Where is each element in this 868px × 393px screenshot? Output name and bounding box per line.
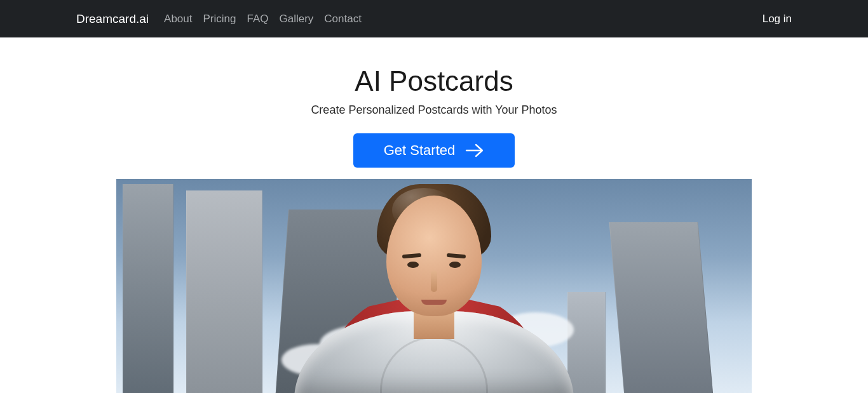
hero-title: AI Postcards [0, 65, 868, 97]
nav-faq[interactable]: FAQ [247, 13, 268, 25]
arrow-right-icon [465, 143, 484, 158]
nav-about[interactable]: About [164, 13, 192, 25]
navbar: Dreamcard.ai About Pricing FAQ Gallery C… [0, 0, 868, 37]
nav-pricing[interactable]: Pricing [203, 13, 236, 25]
hero-image [116, 179, 752, 393]
nav-gallery[interactable]: Gallery [279, 13, 313, 25]
get-started-label: Get Started [384, 142, 456, 159]
nav-links: About Pricing FAQ Gallery Contact [164, 13, 362, 25]
nav-contact[interactable]: Contact [324, 13, 362, 25]
login-link[interactable]: Log in [763, 13, 792, 25]
brand-logo[interactable]: Dreamcard.ai [76, 12, 149, 26]
hero-section: AI Postcards Create Personalized Postcar… [0, 37, 868, 393]
hero-subtitle: Create Personalized Postcards with Your … [0, 103, 868, 117]
get-started-button[interactable]: Get Started [353, 133, 515, 168]
